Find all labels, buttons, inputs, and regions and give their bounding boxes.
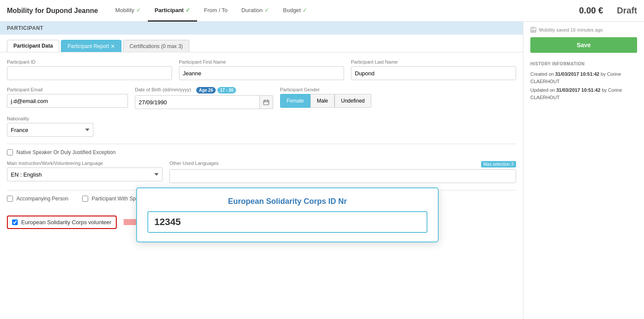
special-needs-checkbox[interactable]	[82, 196, 88, 202]
last-name-label: Participant Last Name	[351, 59, 516, 64]
nationality-group: Nationality France Germany Spain	[7, 116, 93, 137]
status-badge: Draft	[617, 6, 637, 16]
accompanying-row: Accompanying Person	[7, 196, 68, 202]
dob-input[interactable]	[135, 95, 260, 109]
svg-rect-0	[264, 100, 269, 105]
age-range-badge: 17 - 30	[217, 87, 236, 93]
check-icon-mobility: ✓	[136, 7, 141, 13]
dob-date-wrapper	[135, 95, 273, 109]
form-row-languages: Main Instruction/Work/Volunteering Langu…	[7, 161, 516, 183]
main-lang-label: Main Instruction/Work/Volunteering Langu…	[7, 161, 163, 166]
updated-info: Updated on 31/03/2017 10:51:42 by Corine…	[530, 87, 637, 101]
nationality-select[interactable]: France Germany Spain	[7, 123, 93, 137]
check-icon-duration: ✓	[265, 7, 269, 13]
check-icon-participant: ✓	[185, 7, 190, 13]
first-name-input[interactable]	[179, 66, 344, 80]
content-area: PARTICIPANT Participant Data Participant…	[0, 22, 523, 319]
svg-rect-5	[532, 27, 534, 29]
tab-participant-report[interactable]: Participant Report ✕	[61, 40, 121, 52]
accompanying-checkbox[interactable]	[7, 196, 13, 202]
first-name-group: Participant First Name	[179, 59, 344, 80]
age-badges: Date of Birth (dd/mm/yyyy) Age 26 17 - 3…	[135, 87, 273, 93]
tab-certifications[interactable]: Certifications (0 max 3)	[123, 40, 189, 52]
form-row-names: Participant ID Participant First Name Pa…	[7, 59, 516, 80]
last-name-input[interactable]	[351, 66, 516, 80]
esc-volunteer-highlight: European Solidarity Corps volunteer	[7, 216, 117, 229]
accompanying-label: Accompanying Person	[16, 196, 68, 202]
max-selection-badge: Max selection 3	[481, 161, 516, 168]
history-title: HISTORY INFORMATION	[530, 61, 637, 66]
nav-tabs: Mobility ✓ Participant ✓ From / To Durat…	[108, 0, 314, 21]
other-lang-label-row: Other Used Languages Max selection 3	[169, 161, 516, 168]
last-name-group: Participant Last Name	[351, 59, 516, 80]
gender-buttons: Female Male Undefined	[280, 94, 516, 108]
save-button[interactable]: Save	[530, 37, 637, 53]
gender-label: Participant Gender	[280, 87, 516, 92]
esc-tooltip-overlay: European Solidarity Corps ID Nr	[136, 187, 439, 242]
tab-budget[interactable]: Budget ✓	[276, 0, 314, 22]
tab-mobility[interactable]: Mobility ✓	[108, 0, 148, 22]
other-lang-label: Other Used Languages	[169, 161, 219, 166]
dob-label: Date of Birth (dd/mm/yyyy)	[135, 87, 191, 93]
gender-group: Participant Gender Female Male Undefined	[280, 87, 516, 109]
email-input[interactable]	[7, 94, 128, 108]
save-icon	[530, 27, 536, 33]
tooltip-title: European Solidarity Corps ID Nr	[147, 197, 427, 206]
tab-participant-data[interactable]: Participant Data	[7, 40, 59, 52]
saved-status: Mobility saved 16 minutes ago	[530, 27, 637, 33]
age-badge-value: Age 26	[196, 87, 216, 93]
tab-fromto[interactable]: From / To	[197, 0, 235, 22]
native-speaker-checkbox[interactable]	[7, 149, 13, 155]
form-row-personal: Participant Email Date of Birth (dd/mm/y…	[7, 87, 516, 109]
esc-volunteer-label: European Solidarity Corps volunteer	[21, 219, 112, 226]
email-label: Participant Email	[7, 87, 128, 92]
calendar-icon-button[interactable]	[260, 95, 273, 109]
check-icon-budget: ✓	[303, 7, 307, 13]
calendar-icon	[263, 99, 269, 105]
esc-volunteer-checkbox[interactable]	[12, 219, 18, 225]
gender-undefined-btn[interactable]: Undefined	[335, 94, 371, 108]
section-header: PARTICIPANT	[0, 22, 523, 35]
header: Mobility for Dupond Jeanne Mobility ✓ Pa…	[0, 0, 644, 22]
main-layout: PARTICIPANT Participant Data Participant…	[0, 22, 644, 319]
first-name-label: Participant First Name	[179, 59, 344, 64]
dob-group: Date of Birth (dd/mm/yyyy) Age 26 17 - 3…	[135, 87, 273, 109]
other-lang-group: Other Used Languages Max selection 3	[169, 161, 516, 183]
other-lang-input[interactable]	[169, 169, 516, 183]
inner-tab-bar: Participant Data Participant Report ✕ Ce…	[0, 35, 523, 52]
native-speaker-row: Native Speaker Or Duly Justified Excepti…	[7, 149, 516, 155]
participant-id-input[interactable]	[7, 66, 172, 80]
native-speaker-label: Native Speaker Or Duly Justified Excepti…	[16, 149, 115, 155]
main-lang-group: Main Instruction/Work/Volunteering Langu…	[7, 161, 163, 183]
participant-id-group: Participant ID	[7, 59, 172, 80]
sidebar: Mobility saved 16 minutes ago Save HISTO…	[523, 22, 644, 319]
gender-male-btn[interactable]: Male	[310, 94, 335, 108]
tab-participant[interactable]: Participant ✓	[148, 0, 197, 22]
svg-rect-6	[531, 30, 536, 32]
gender-female-btn[interactable]: Female	[280, 94, 310, 108]
tooltip-input[interactable]	[147, 211, 427, 233]
email-group: Participant Email	[7, 87, 128, 109]
nationality-label: Nationality	[7, 116, 93, 121]
participant-id-label: Participant ID	[7, 59, 172, 64]
divider-1	[7, 144, 516, 144]
total-amount: 0.00 €	[579, 6, 603, 16]
tab-duration[interactable]: Duration ✓	[235, 0, 276, 22]
page-title: Mobility for Dupond Jeanne	[7, 7, 98, 15]
form-row-nationality: Nationality France Germany Spain	[7, 116, 516, 137]
created-info: Created on 31/03/2017 10:51:42 by Corine…	[530, 71, 637, 85]
main-lang-select[interactable]: EN : English FR : French DE : German	[7, 168, 163, 181]
